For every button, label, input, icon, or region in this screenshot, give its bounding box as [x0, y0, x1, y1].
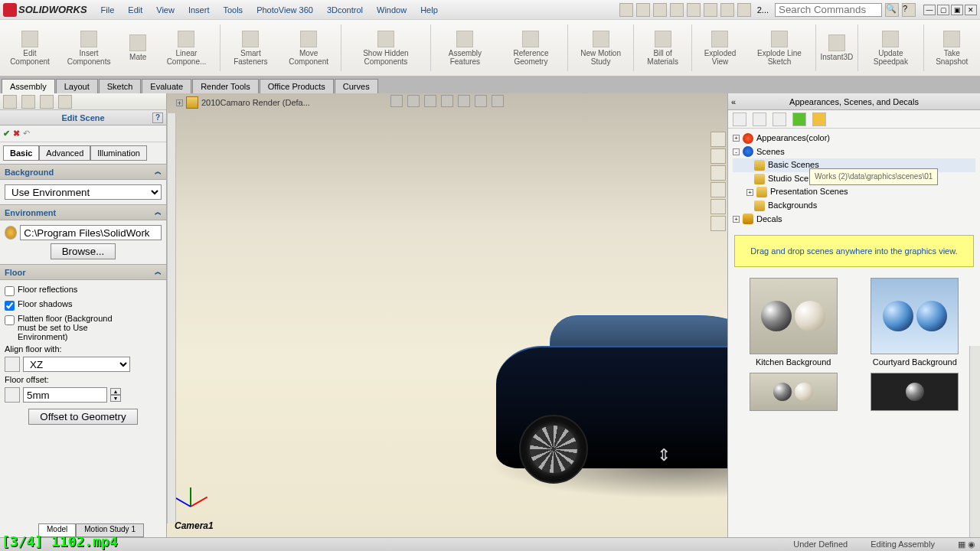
ribbon-bom[interactable]: Bill of Materials — [637, 21, 688, 74]
tree-config-icon[interactable] — [40, 95, 54, 109]
collapse-icon[interactable]: « — [731, 97, 736, 106]
quick-more-label[interactable]: 2... — [754, 5, 772, 15]
tree-presentation-scenes[interactable]: +Presentation Scenes — [733, 185, 975, 199]
section-environment-header[interactable]: Environment︽ — [0, 204, 166, 220]
restore2-icon[interactable]: ▣ — [951, 5, 963, 15]
orientation-triad[interactable] — [175, 476, 205, 507]
ribbon-edit-component[interactable]: Edit Component — [3, 21, 57, 74]
taskpane-resources-icon[interactable] — [710, 165, 726, 181]
ribbon-mate[interactable]: Mate — [121, 21, 155, 74]
print-icon[interactable] — [670, 3, 684, 17]
tab-sketch[interactable]: Sketch — [99, 79, 142, 93]
ribbon-take-snapshot[interactable]: Take Snapshot — [927, 21, 977, 74]
subtab-illumination[interactable]: Illumination — [90, 145, 147, 161]
save-icon[interactable] — [653, 3, 667, 17]
flatten-floor-checkbox[interactable]: Flatten floor (Background must be set to… — [5, 314, 162, 341]
hud-section-icon[interactable] — [441, 95, 453, 107]
subtab-basic[interactable]: Basic — [3, 145, 39, 161]
subtab-advanced[interactable]: Advanced — [39, 145, 90, 161]
menu-help[interactable]: Help — [414, 2, 444, 18]
floor-offset-input[interactable] — [23, 387, 107, 403]
tree-decals[interactable]: +Decals — [733, 213, 975, 227]
tree-appearances[interactable]: +Appearances(color) — [733, 132, 975, 145]
panel-help-icon[interactable]: ? — [152, 112, 163, 123]
tab-layout[interactable]: Layout — [56, 79, 98, 93]
minimize-icon[interactable]: — — [923, 5, 936, 15]
floor-offset-icon[interactable] — [5, 387, 20, 403]
offset-to-geometry-button[interactable]: Offset to Geometry — [28, 409, 137, 425]
ribbon-reference-geometry[interactable]: Reference Geometry — [498, 21, 564, 74]
ribbon-show-hidden[interactable]: Show Hidden Components — [345, 21, 427, 74]
tp-forward-icon[interactable] — [753, 112, 766, 126]
move-handle-icon[interactable]: ⇕ — [657, 445, 671, 465]
new-icon[interactable] — [619, 3, 633, 17]
tree-appearance-icon[interactable] — [58, 95, 72, 109]
open-icon[interactable] — [636, 3, 650, 17]
thumb-extra-2[interactable] — [861, 373, 970, 411]
rebuild-icon[interactable] — [720, 3, 734, 17]
thumb-courtyard[interactable]: Courtyard Background — [861, 278, 970, 367]
taskpane-view-icon[interactable] — [710, 182, 726, 197]
tree-property-icon[interactable] — [21, 95, 35, 109]
undo-icon[interactable] — [687, 3, 701, 17]
menu-photoview[interactable]: PhotoView 360 — [250, 2, 319, 18]
hud-display-icon[interactable] — [424, 95, 436, 107]
browse-button[interactable]: Browse... — [51, 243, 116, 259]
options-icon[interactable] — [737, 3, 751, 17]
panel-undo-icon[interactable]: ↶ — [23, 129, 30, 139]
tp-apply-icon[interactable] — [792, 112, 806, 126]
tree-scenes[interactable]: -Scenes — [733, 145, 975, 159]
confirm-cancel-icon[interactable]: ✖ — [13, 129, 20, 139]
environment-path-input[interactable] — [20, 225, 162, 240]
tp-home-icon[interactable] — [773, 112, 786, 126]
menu-file[interactable]: File — [95, 2, 121, 18]
menu-edit[interactable]: Edit — [122, 2, 149, 18]
hud-view-icon[interactable] — [407, 95, 420, 107]
tab-render-tools[interactable]: Render Tools — [192, 79, 259, 93]
hud-scene-icon[interactable] — [458, 95, 470, 107]
confirm-ok-icon[interactable]: ✔ — [3, 129, 10, 139]
tab-evaluate[interactable]: Evaluate — [142, 79, 191, 93]
ribbon-update-speedpak[interactable]: Update Speedpak — [861, 21, 920, 74]
right-scrollbar[interactable] — [969, 346, 980, 537]
taskpane-custom-icon[interactable] — [710, 216, 726, 231]
section-floor-header[interactable]: Floor︽ — [0, 264, 166, 280]
search-commands-input[interactable] — [775, 3, 882, 17]
tab-curves[interactable]: Curves — [335, 79, 378, 93]
ribbon-instant3d[interactable]: Instant3D — [819, 21, 855, 74]
tab-office-products[interactable]: Office Products — [260, 79, 334, 93]
floor-reflections-checkbox[interactable]: Floor reflections — [5, 285, 162, 296]
menu-window[interactable]: Window — [371, 2, 413, 18]
ribbon-move-component[interactable]: Move Component — [279, 21, 338, 74]
close-icon[interactable]: ✕ — [965, 5, 977, 15]
align-plane-icon[interactable] — [5, 357, 20, 372]
search-icon[interactable]: 🔍 — [885, 3, 899, 17]
graphics-viewport[interactable]: + 2010Camaro Render (Defa... — [167, 93, 727, 537]
menu-tools[interactable]: Tools — [217, 2, 249, 18]
tp-back-icon[interactable] — [733, 112, 746, 126]
section-background-header[interactable]: Background︽ — [0, 164, 166, 180]
hud-appearance-icon[interactable] — [475, 95, 487, 107]
car-model[interactable]: ⇕ — [496, 315, 727, 476]
select-icon[interactable] — [704, 3, 717, 17]
ribbon-smart-fasteners[interactable]: Smart Fasteners — [224, 21, 279, 74]
background-mode-dropdown[interactable]: Use Environment — [5, 184, 162, 200]
thumb-kitchen[interactable]: Kitchen Background — [739, 278, 848, 367]
help-icon[interactable]: ? — [902, 3, 916, 17]
ribbon-exploded-view[interactable]: Exploded View — [695, 21, 745, 74]
taskpane-design-icon[interactable] — [710, 148, 726, 164]
menu-view[interactable]: View — [150, 2, 181, 18]
ribbon-insert-components[interactable]: Insert Components — [58, 21, 119, 74]
thumb-extra-1[interactable] — [739, 373, 848, 411]
viewport-doc-label[interactable]: + 2010Camaro Render (Defa... — [176, 96, 310, 109]
ribbon-assembly-features[interactable]: Assembly Features — [434, 21, 496, 74]
restore-icon[interactable]: ▢ — [937, 5, 949, 15]
floor-shadows-checkbox[interactable]: Floor shadows — [5, 299, 162, 311]
align-plane-dropdown[interactable]: XZ — [23, 357, 130, 372]
tree-backgrounds[interactable]: Backgrounds — [733, 199, 975, 213]
hud-zoom-icon[interactable] — [390, 95, 403, 107]
status-icons[interactable]: ▦ ◉ — [958, 540, 975, 549]
tp-edit-icon[interactable] — [812, 112, 826, 126]
taskpane-appearance-icon[interactable] — [710, 199, 726, 214]
tree-feature-icon[interactable] — [3, 95, 17, 109]
